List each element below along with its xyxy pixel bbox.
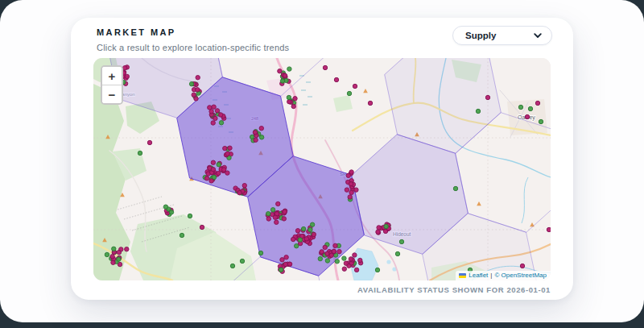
- result-dot-green[interactable]: [217, 163, 221, 167]
- result-dot-green[interactable]: [335, 259, 339, 264]
- result-dot-magenta[interactable]: [349, 170, 353, 174]
- result-dot-magenta[interactable]: [273, 215, 277, 219]
- result-dot-magenta[interactable]: [547, 227, 551, 231]
- result-dot-magenta[interactable]: [284, 255, 288, 259]
- result-dot-green[interactable]: [287, 95, 291, 99]
- result-dot-magenta[interactable]: [332, 249, 336, 253]
- result-dot-magenta[interactable]: [349, 182, 353, 186]
- result-dot-green[interactable]: [259, 135, 263, 139]
- result-dot-magenta[interactable]: [200, 225, 204, 229]
- result-dot-magenta[interactable]: [212, 105, 216, 109]
- result-dot-magenta[interactable]: [291, 104, 295, 108]
- result-dot-green[interactable]: [188, 214, 192, 218]
- result-dot-magenta[interactable]: [353, 253, 357, 257]
- result-dot-green[interactable]: [180, 233, 184, 237]
- result-dot-magenta[interactable]: [228, 146, 232, 150]
- result-dot-green[interactable]: [258, 251, 262, 255]
- result-dot-magenta[interactable]: [345, 188, 349, 192]
- result-dot-magenta[interactable]: [211, 168, 215, 172]
- result-dot-green[interactable]: [280, 79, 284, 83]
- result-dot-magenta[interactable]: [282, 217, 286, 221]
- result-dot-magenta[interactable]: [217, 171, 221, 175]
- result-dot-green[interactable]: [476, 109, 480, 113]
- result-dot-green[interactable]: [163, 205, 167, 209]
- result-dot-green[interactable]: [169, 210, 173, 214]
- result-dot-magenta[interactable]: [342, 267, 346, 271]
- result-dot-magenta[interactable]: [354, 268, 358, 272]
- result-dot-magenta[interactable]: [304, 237, 308, 241]
- result-dot-green[interactable]: [105, 252, 109, 256]
- result-dot-magenta[interactable]: [147, 140, 151, 144]
- result-dot-green[interactable]: [270, 208, 275, 212]
- map-container[interactable]: OakleyHideoutSRCanyon248 + − Leaflet | ©…: [93, 58, 551, 280]
- result-dot-magenta[interactable]: [254, 138, 258, 142]
- result-dot-green[interactable]: [453, 186, 457, 190]
- result-dot-magenta[interactable]: [278, 69, 282, 73]
- result-dot-green[interactable]: [295, 244, 299, 248]
- result-dot-magenta[interactable]: [215, 109, 219, 113]
- result-dot-green[interactable]: [279, 268, 283, 272]
- result-dot-magenta[interactable]: [349, 257, 353, 261]
- result-dot-magenta[interactable]: [485, 95, 489, 99]
- result-dot-magenta[interactable]: [291, 237, 295, 241]
- result-dot-green[interactable]: [287, 67, 291, 71]
- result-dot-magenta[interactable]: [354, 188, 358, 192]
- result-dot-magenta[interactable]: [242, 184, 246, 188]
- leaflet-link[interactable]: Leaflet: [469, 272, 488, 279]
- result-dot-magenta[interactable]: [266, 217, 270, 221]
- result-dot-green[interactable]: [347, 91, 351, 95]
- result-dot-magenta[interactable]: [293, 97, 297, 101]
- result-dot-magenta[interactable]: [219, 113, 223, 117]
- result-dot-magenta[interactable]: [525, 114, 529, 118]
- zoom-out-button[interactable]: −: [102, 85, 122, 103]
- result-dot-green[interactable]: [518, 105, 522, 109]
- result-dot-magenta[interactable]: [353, 84, 357, 88]
- result-dot-magenta[interactable]: [334, 77, 338, 81]
- result-dot-magenta[interactable]: [209, 179, 213, 183]
- result-dot-green[interactable]: [117, 257, 121, 261]
- result-dot-magenta[interactable]: [225, 171, 229, 175]
- result-dot-magenta[interactable]: [275, 220, 279, 224]
- zoom-in-button[interactable]: +: [102, 67, 122, 85]
- result-dot-magenta[interactable]: [323, 65, 327, 69]
- result-dot-green[interactable]: [539, 119, 543, 123]
- result-dot-magenta[interactable]: [253, 131, 257, 135]
- result-dot-magenta[interactable]: [320, 250, 324, 254]
- result-dot-green[interactable]: [342, 256, 346, 260]
- result-dot-magenta[interactable]: [283, 210, 287, 214]
- result-dot-magenta[interactable]: [520, 264, 524, 268]
- result-dot-green[interactable]: [384, 224, 388, 228]
- result-dot-green[interactable]: [219, 121, 223, 125]
- result-dot-green[interactable]: [528, 106, 532, 110]
- result-dot-green[interactable]: [375, 268, 379, 272]
- result-dot-magenta[interactable]: [337, 250, 341, 254]
- result-dot-magenta[interactable]: [223, 146, 227, 150]
- result-dot-green[interactable]: [310, 222, 314, 226]
- result-dot-magenta[interactable]: [237, 191, 242, 195]
- result-dot-magenta[interactable]: [349, 190, 353, 194]
- openstreetmap-link[interactable]: © OpenStreetMap: [494, 272, 547, 279]
- result-dot-green[interactable]: [230, 264, 234, 268]
- result-dot-magenta[interactable]: [377, 226, 381, 230]
- result-dot-magenta[interactable]: [208, 106, 212, 110]
- result-dot-magenta[interactable]: [196, 88, 200, 92]
- result-dot-magenta[interactable]: [323, 245, 327, 249]
- result-dot-green[interactable]: [298, 238, 302, 242]
- result-dot-magenta[interactable]: [192, 93, 196, 97]
- result-dot-magenta[interactable]: [312, 232, 316, 236]
- result-dot-green[interactable]: [395, 251, 399, 255]
- result-dot-green[interactable]: [399, 239, 403, 243]
- result-dot-magenta[interactable]: [329, 253, 333, 257]
- result-dot-magenta[interactable]: [358, 258, 362, 262]
- result-dot-magenta[interactable]: [376, 230, 380, 234]
- result-dot-magenta[interactable]: [283, 262, 287, 266]
- result-dot-magenta[interactable]: [295, 229, 299, 233]
- result-dot-magenta[interactable]: [368, 101, 372, 105]
- result-dot-magenta[interactable]: [123, 66, 127, 70]
- result-dot-magenta[interactable]: [348, 195, 352, 199]
- result-dot-magenta[interactable]: [283, 73, 287, 77]
- result-dot-magenta[interactable]: [125, 74, 129, 78]
- result-dot-magenta[interactable]: [117, 250, 121, 254]
- result-dot-green[interactable]: [112, 247, 116, 251]
- result-dot-green[interactable]: [189, 82, 193, 86]
